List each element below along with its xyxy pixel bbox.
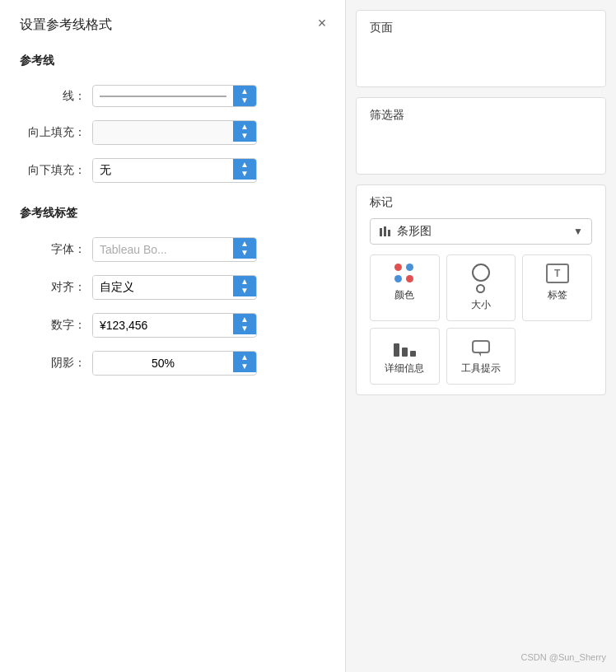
color-icon <box>394 264 414 283</box>
size-button[interactable]: 大小 <box>446 254 516 321</box>
font-spinner[interactable]: ▲ ▼ <box>233 238 256 259</box>
line-preview-area[interactable] <box>93 91 233 102</box>
fill-down-input[interactable] <box>93 159 233 182</box>
close-button[interactable]: × <box>314 15 330 31</box>
shadow-row: 阴影： ▲ ▼ <box>20 351 325 376</box>
font-control: ▲ ▼ <box>92 237 257 262</box>
svg-rect-0 <box>380 228 382 236</box>
spinner-down-arrow: ▼ <box>240 249 249 257</box>
fill-down-control: ▲ ▼ <box>92 158 257 183</box>
detail-icon <box>394 337 416 357</box>
mark-type-dropdown[interactable]: 条形图 ▼ <box>370 218 592 245</box>
number-label: 数字： <box>20 318 86 333</box>
mark-title: 标记 <box>370 195 592 210</box>
shadow-control: ▲ ▼ <box>92 351 257 376</box>
spinner-down-arrow: ▼ <box>240 287 249 295</box>
chevron-down-icon: ▼ <box>573 226 583 237</box>
align-spinner[interactable]: ▲ ▼ <box>233 276 256 296</box>
font-label: 字体： <box>20 242 86 257</box>
label-icon: T <box>546 264 569 283</box>
spinner-down-arrow: ▼ <box>240 96 249 105</box>
line-control: ▲ ▼ <box>92 85 257 107</box>
number-input-wrapper: ▲ ▼ <box>92 313 257 338</box>
shadow-label: 阴影： <box>20 356 86 371</box>
watermark: CSDN @Sun_Sherry <box>356 652 606 662</box>
format-dialog: 设置参考线格式 × 参考线 线： ▲ ▼ 向上填充： ▲ <box>0 0 346 672</box>
color-button[interactable]: 颜色 <box>370 254 440 321</box>
label-icon-box: T <box>546 264 569 283</box>
size-label: 大小 <box>471 298 491 312</box>
detail-bars <box>394 337 416 357</box>
bar-chart-icon <box>379 225 392 239</box>
mark-type-label: 条形图 <box>397 224 573 239</box>
font-row: 字体： ▲ ▼ <box>20 237 325 262</box>
section-reference-label-title: 参考线标签 <box>20 206 325 221</box>
shadow-input-wrapper: ▲ ▼ <box>92 351 257 376</box>
svg-rect-1 <box>384 226 386 236</box>
align-control: ▲ ▼ <box>92 275 257 300</box>
bar-tall <box>394 343 399 357</box>
filter-card: 筛选器 <box>356 97 606 175</box>
number-spinner[interactable]: ▲ ▼ <box>233 314 256 334</box>
line-spinner[interactable]: ▲ ▼ <box>233 86 256 106</box>
font-input[interactable] <box>93 238 233 261</box>
size-icon <box>472 264 490 293</box>
fill-up-row: 向上填充： ▲ ▼ <box>20 120 325 145</box>
spinner-up-arrow: ▲ <box>240 315 249 324</box>
tooltip-label: 工具提示 <box>461 362 501 376</box>
detail-button[interactable]: 详细信息 <box>370 328 440 385</box>
line-label: 线： <box>20 89 86 104</box>
label-label: 标签 <box>548 288 567 302</box>
detail-label: 详细信息 <box>385 362 424 376</box>
tooltip-icon-wrap <box>469 337 492 357</box>
fill-down-label: 向下填充： <box>20 163 86 178</box>
align-input[interactable] <box>93 276 233 299</box>
svg-rect-2 <box>388 230 390 236</box>
spinner-down-arrow: ▼ <box>240 170 249 178</box>
fill-up-input-wrapper: ▲ ▼ <box>92 120 257 145</box>
font-input-wrapper: ▲ ▼ <box>92 237 257 262</box>
align-label: 对齐： <box>20 280 86 295</box>
spinner-up-arrow: ▲ <box>240 87 249 96</box>
spinner-down-arrow: ▼ <box>240 324 249 333</box>
number-control: ▲ ▼ <box>92 313 257 338</box>
bar-mid <box>402 348 408 357</box>
spinner-up-arrow: ▲ <box>240 278 249 286</box>
dialog-title: 设置参考线格式 <box>20 16 325 34</box>
page-card: 页面 <box>356 10 606 87</box>
spinner-up-arrow: ▲ <box>240 123 249 131</box>
fill-down-input-wrapper: ▲ ▼ <box>92 158 257 183</box>
line-input-wrapper: ▲ ▼ <box>92 85 257 107</box>
spinner-down-arrow: ▼ <box>240 132 249 140</box>
fill-up-label: 向上填充： <box>20 125 86 140</box>
mark-card: 标记 条形图 ▼ <box>356 184 606 395</box>
align-input-wrapper: ▲ ▼ <box>92 275 257 300</box>
label-button[interactable]: T 标签 <box>522 254 592 321</box>
spinner-up-arrow: ▲ <box>240 353 249 362</box>
fill-up-control: ▲ ▼ <box>92 120 257 145</box>
filter-card-title: 筛选器 <box>370 108 592 157</box>
shadow-input[interactable] <box>93 352 233 375</box>
spinner-up-arrow: ▲ <box>240 161 249 169</box>
tooltip-bubble <box>472 340 490 353</box>
bar-sm <box>410 351 416 357</box>
number-input[interactable] <box>93 314 233 337</box>
fill-down-spinner[interactable]: ▲ ▼ <box>233 159 256 180</box>
tooltip-button[interactable]: 工具提示 <box>446 328 516 385</box>
page-card-title: 页面 <box>370 21 592 70</box>
spinner-up-arrow: ▲ <box>240 240 249 248</box>
fill-down-row: 向下填充： ▲ ▼ <box>20 158 325 183</box>
mark-buttons-grid: 颜色 大小 T 标签 <box>370 254 592 385</box>
align-row: 对齐： ▲ ▼ <box>20 275 325 300</box>
shadow-spinner[interactable]: ▲ ▼ <box>233 352 256 372</box>
spacer <box>356 405 606 642</box>
right-panel: 页面 筛选器 标记 条形图 ▼ <box>346 0 616 672</box>
line-preview-visual <box>100 96 226 97</box>
section-reference-line-title: 参考线 <box>20 54 325 68</box>
number-row: 数字： ▲ ▼ <box>20 313 325 338</box>
line-row: 线： ▲ ▼ <box>20 85 325 107</box>
fill-up-input[interactable] <box>93 121 233 144</box>
color-label: 颜色 <box>394 288 414 302</box>
tooltip-icon <box>469 337 492 357</box>
fill-up-spinner[interactable]: ▲ ▼ <box>233 121 256 142</box>
